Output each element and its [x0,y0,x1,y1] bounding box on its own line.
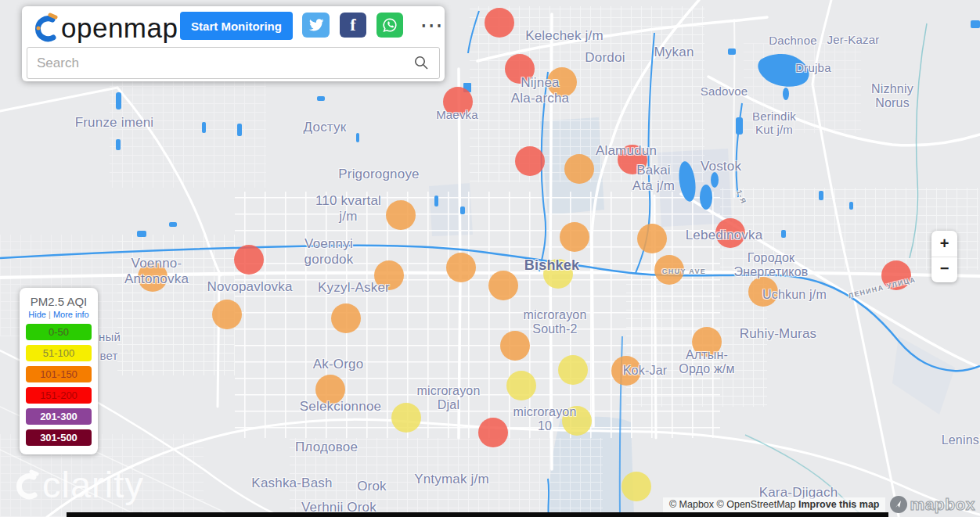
logo-text: openmap [61,13,178,44]
openmap-logo-icon [31,10,58,46]
zoom-out-button[interactable]: − [931,257,957,282]
whatsapp-icon [381,16,398,34]
aqi-marker-yellow[interactable] [622,472,651,501]
aqi-marker-orange[interactable] [331,303,361,333]
legend-rows: 0-5051-100101-150151-200201-300301-500 [20,324,98,446]
legend-range-151-200: 151-200 [26,387,92,404]
app-root: Frunze imeniДостукPrigorognoye110 kvarta… [0,0,980,517]
aqi-marker-red[interactable] [881,260,911,290]
legend-more-info-link[interactable]: More info [53,310,89,319]
aqi-marker-yellow[interactable] [558,355,588,385]
aqi-marker-orange[interactable] [748,277,778,307]
osm-attribution-link[interactable]: © OpenStreetMap [717,499,796,510]
legend-range-101-150: 101-150 [26,366,92,382]
twitter-icon [308,17,324,33]
aqi-marker-orange[interactable] [374,260,404,290]
aqi-marker-orange[interactable] [564,154,594,184]
attribution-text: © Mapbox © OpenStreetMap Improve this ma… [663,497,886,512]
mapbox-attribution-link[interactable]: © Mapbox [669,499,714,510]
header-panel: openmap Start Monitoring f ⋯ [22,6,445,81]
facebook-button[interactable]: f [340,13,366,38]
openmap-logo: openmap [31,10,178,46]
search-input[interactable] [27,56,414,71]
start-monitoring-button[interactable]: Start Monitoring [180,12,293,40]
aqi-marker-red[interactable] [478,418,508,447]
search-icon[interactable] [414,56,429,70]
zoom-in-button[interactable]: + [931,231,957,257]
legend-panel: PM2.5 AQI Hide | More info 0-5051-100101… [20,288,98,454]
twitter-button[interactable] [302,13,330,38]
aqi-marker-orange[interactable] [692,327,722,357]
aqi-marker-yellow[interactable] [562,406,592,436]
bottom-bar-artifact [67,512,888,517]
clarity-wordmark: clarity [42,463,144,506]
aqi-marker-orange[interactable] [547,67,577,97]
improve-map-link[interactable]: Improve this map [798,499,880,510]
aqi-marker-red[interactable] [485,8,514,38]
aqi-marker-orange[interactable] [315,375,345,404]
legend-title: PM2.5 AQI [20,295,98,308]
search-box [27,47,440,79]
aqi-marker-red[interactable] [618,145,647,174]
zoom-controls: + − [931,231,957,282]
attribution-bar: © Mapbox © OpenStreetMap Improve this ma… [663,495,978,514]
legend-hide-link[interactable]: Hide [28,310,46,319]
aqi-marker-orange[interactable] [138,262,168,292]
legend-links-separator: | [49,310,51,319]
mapbox-wordmark: mapbox [910,495,975,514]
aqi-marker-orange[interactable] [611,356,641,386]
aqi-marker-orange[interactable] [500,331,530,361]
aqi-marker-red[interactable] [443,87,473,117]
mapbox-logo[interactable]: mapbox [890,495,975,514]
whatsapp-button[interactable] [377,13,403,38]
aqi-marker-red[interactable] [515,146,545,176]
aqi-marker-red[interactable] [505,54,535,84]
legend-range-201-300: 201-300 [26,408,92,425]
legend-range-51-100: 51-100 [26,345,92,361]
clarity-icon [11,465,41,504]
aqi-marker-red[interactable] [234,245,264,275]
legend-links: Hide | More info [20,310,98,319]
facebook-icon: f [350,15,355,35]
aqi-marker-orange[interactable] [488,271,518,300]
aqi-marker-yellow[interactable] [543,259,573,289]
more-menu-button[interactable]: ⋯ [415,8,449,42]
aqi-marker-orange[interactable] [560,222,589,252]
legend-range-301-500: 301-500 [26,429,92,446]
mapbox-logo-icon [890,496,907,513]
clarity-watermark: clarity [11,463,144,506]
aqi-marker-orange[interactable] [446,253,476,282]
aqi-marker-red[interactable] [715,218,745,248]
aqi-marker-orange[interactable] [212,300,242,329]
aqi-marker-yellow[interactable] [391,403,421,433]
legend-range-0-50: 0-50 [26,324,92,340]
aqi-marker-yellow[interactable] [506,371,536,400]
aqi-marker-orange[interactable] [386,200,416,230]
aqi-marker-orange[interactable] [654,255,684,285]
aqi-marker-orange[interactable] [637,224,667,253]
